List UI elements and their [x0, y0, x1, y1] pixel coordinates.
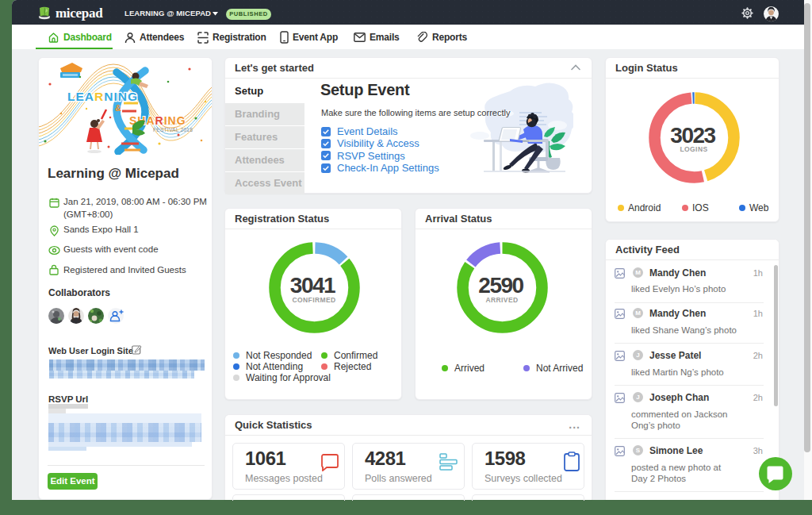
svg-text:&: & — [115, 103, 121, 113]
svg-text:FESTIVAL 2018: FESTIVAL 2018 — [153, 127, 193, 133]
svg-text:LEARNING: LEARNING — [67, 90, 138, 103]
